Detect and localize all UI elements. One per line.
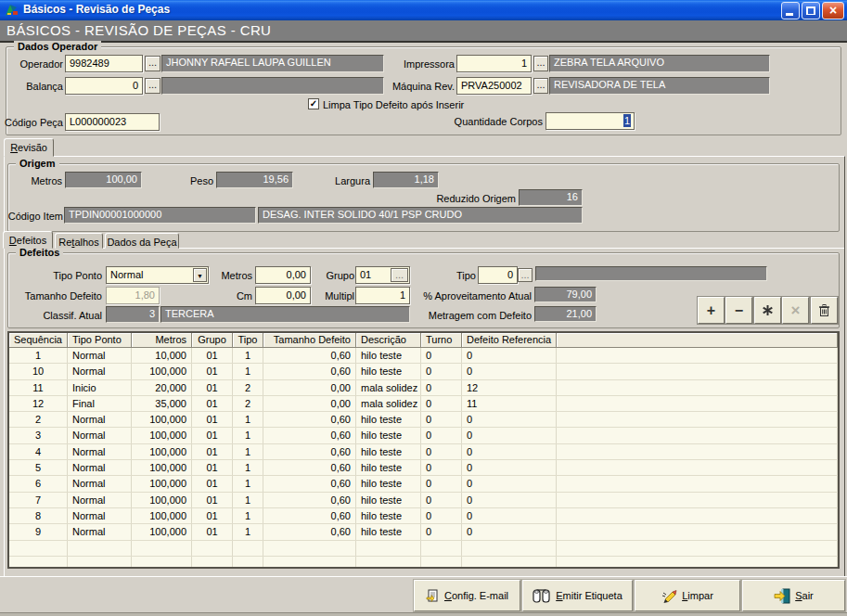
grid-cell[interactable]: Normal bbox=[68, 460, 132, 475]
grid-cell[interactable]: Normal bbox=[68, 428, 132, 443]
grid-cell[interactable]: 0,60 bbox=[263, 524, 356, 539]
cm-input[interactable]: 0,00 bbox=[255, 287, 311, 304]
grid-cell[interactable] bbox=[557, 476, 838, 491]
grid-cell[interactable]: 0 bbox=[462, 348, 557, 363]
grid-cell[interactable]: 100,000 bbox=[132, 508, 192, 523]
grid-cell[interactable]: 0,60 bbox=[263, 348, 356, 363]
grid-cell[interactable]: mala solidez bbox=[356, 380, 421, 395]
grid-cell[interactable]: 0 bbox=[421, 348, 462, 363]
grid-cell[interactable]: 0,60 bbox=[263, 444, 356, 459]
grid-cell[interactable] bbox=[557, 524, 838, 539]
grid-cell[interactable]: 1 bbox=[233, 428, 263, 443]
grid-header-cell[interactable]: Tipo bbox=[233, 333, 263, 348]
grid-cell[interactable]: 0 bbox=[421, 380, 462, 395]
grid-cell[interactable]: 01 bbox=[192, 380, 233, 395]
grid-cell[interactable]: 0 bbox=[421, 476, 462, 491]
grid-cell[interactable]: hilo teste bbox=[356, 524, 421, 539]
grid-cell[interactable] bbox=[557, 396, 838, 411]
grid-row[interactable]: 11Inicio20,0000120,00mala solidez012 bbox=[9, 380, 838, 396]
grid-cell[interactable]: 01 bbox=[192, 444, 233, 459]
grid-cell[interactable]: 0,00 bbox=[263, 380, 356, 395]
grid-cell[interactable]: 2 bbox=[233, 380, 263, 395]
grid-cell[interactable]: Final bbox=[68, 396, 132, 411]
grid-header-cell[interactable]: Grupo bbox=[192, 333, 233, 348]
refresh-button[interactable] bbox=[754, 297, 781, 324]
grid-cell[interactable]: 1 bbox=[233, 476, 263, 491]
grid-cell[interactable]: 01 bbox=[192, 412, 233, 427]
grid-cell[interactable]: 01 bbox=[192, 508, 233, 523]
grid-header-cell[interactable]: Tamanho Defeito bbox=[263, 333, 356, 348]
grid-cell[interactable]: 0 bbox=[421, 460, 462, 475]
grid-cell[interactable]: 8 bbox=[9, 508, 68, 523]
grid-cell[interactable]: 100,000 bbox=[132, 476, 192, 491]
grid-row[interactable]: 8Normal100,0000110,60hilo teste00 bbox=[9, 508, 838, 524]
grid-cell[interactable]: Normal bbox=[68, 364, 132, 379]
grid-header-cell[interactable]: Tipo Ponto bbox=[68, 333, 132, 348]
grid-cell[interactable]: 0 bbox=[462, 460, 557, 475]
grid-cell[interactable]: 12 bbox=[462, 380, 557, 395]
tab-defeitos[interactable]: Defeitos bbox=[3, 231, 53, 249]
grid-cell[interactable] bbox=[557, 444, 838, 459]
minimize-button[interactable] bbox=[781, 2, 800, 19]
grid-cell[interactable]: 0 bbox=[421, 493, 462, 507]
grid-cell[interactable]: 0 bbox=[421, 412, 462, 427]
grid-cell[interactable]: 0,60 bbox=[263, 460, 356, 475]
grid-cell[interactable]: 0,60 bbox=[263, 493, 356, 507]
grid-cell[interactable]: 01 bbox=[192, 428, 233, 443]
tipo-ponto-dropdown-icon[interactable]: ▼ bbox=[193, 268, 207, 282]
impressora-input[interactable]: 1 bbox=[456, 55, 532, 72]
grid-cell[interactable]: hilo teste bbox=[356, 493, 421, 507]
grid-cell[interactable]: 12 bbox=[9, 396, 68, 411]
grid-cell[interactable]: Normal bbox=[68, 444, 132, 459]
grid-cell[interactable]: hilo teste bbox=[356, 348, 421, 363]
grid-cell[interactable]: 20,000 bbox=[132, 380, 192, 395]
config-email-button[interactable]: Config. E-mail bbox=[414, 580, 520, 611]
defeitos-metros-input[interactable]: 0,00 bbox=[255, 266, 311, 284]
delete-button[interactable] bbox=[811, 297, 838, 324]
grid-cell[interactable]: 0 bbox=[421, 428, 462, 443]
grid-cell[interactable]: 11 bbox=[462, 396, 557, 411]
grid-cell[interactable]: 1 bbox=[233, 364, 263, 379]
grid-cell[interactable]: 0 bbox=[462, 444, 557, 459]
grid-cell[interactable]: 100,000 bbox=[132, 524, 192, 539]
grid-cell[interactable]: 1 bbox=[233, 444, 263, 459]
grid-cell[interactable]: 0 bbox=[462, 476, 557, 491]
maquina-rev-input[interactable]: PRVA250002 bbox=[456, 77, 532, 95]
grid-cell[interactable]: 01 bbox=[192, 524, 233, 539]
grid-cell[interactable]: 0,60 bbox=[263, 476, 356, 491]
grid-cell[interactable]: 100,000 bbox=[132, 428, 192, 443]
grid-cell[interactable]: 1 bbox=[233, 493, 263, 507]
limpar-button[interactable]: Limpar bbox=[635, 580, 740, 611]
grid-cell[interactable]: 0 bbox=[421, 508, 462, 523]
grid-cell[interactable]: 11 bbox=[9, 380, 68, 395]
grid-cell[interactable] bbox=[557, 380, 838, 395]
grid-cell[interactable]: hilo teste bbox=[356, 412, 421, 427]
grid-cell[interactable]: 01 bbox=[192, 396, 233, 411]
tamanho-defeito-input[interactable]: 1,80 bbox=[106, 287, 160, 304]
grid-cell[interactable]: 0,60 bbox=[263, 428, 356, 443]
grid-cell[interactable]: 0,60 bbox=[263, 412, 356, 427]
grid-cell[interactable]: Normal bbox=[68, 412, 132, 427]
grid-cell[interactable] bbox=[557, 508, 838, 523]
grid-cell[interactable]: 1 bbox=[233, 412, 263, 427]
grid-row[interactable]: 6Normal100,0000110,60hilo teste00 bbox=[9, 476, 838, 492]
grid-cell[interactable]: 100,000 bbox=[132, 493, 192, 507]
grid-cell[interactable]: 0 bbox=[462, 428, 557, 443]
grid-cell[interactable]: 1 bbox=[233, 508, 263, 523]
remove-button[interactable]: − bbox=[725, 297, 752, 324]
grid-cell[interactable]: 10 bbox=[9, 364, 68, 379]
grid-cell[interactable]: 01 bbox=[192, 476, 233, 491]
grid-cell[interactable]: Normal bbox=[68, 476, 132, 491]
grid-cell[interactable]: 6 bbox=[9, 476, 68, 491]
grid-row[interactable]: 10Normal100,0000110,60hilo teste00 bbox=[9, 364, 838, 379]
grid-header-cell[interactable]: Descrição bbox=[356, 333, 421, 348]
grid-row[interactable]: 7Normal100,0000110,60hilo teste00 bbox=[9, 493, 838, 508]
grid-cell[interactable]: 0 bbox=[421, 364, 462, 379]
tipo-browse-button[interactable]: ... bbox=[518, 268, 533, 282]
grid-cell[interactable]: hilo teste bbox=[356, 476, 421, 491]
grid-cell[interactable]: 1 bbox=[233, 348, 263, 363]
grid-cell[interactable]: Normal bbox=[68, 508, 132, 523]
grid-header-cell[interactable]: Metros bbox=[132, 333, 192, 348]
grupo-browse-button[interactable]: ... bbox=[391, 268, 408, 282]
grid-header-cell[interactable]: Defeito Referencia bbox=[462, 333, 557, 348]
